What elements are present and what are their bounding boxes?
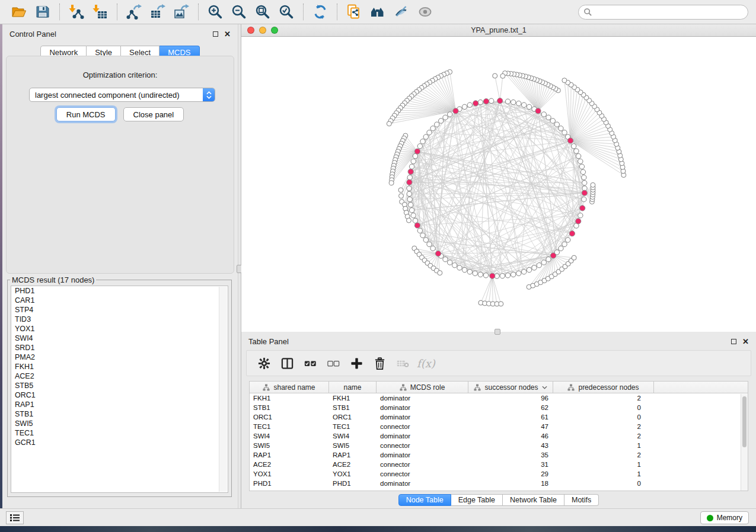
hide-selected-button[interactable] [391,2,412,22]
network-node[interactable] [473,271,477,275]
network-node[interactable] [443,257,448,262]
show-columns-button[interactable] [278,354,296,372]
network-node[interactable] [562,242,567,246]
mcds-result-item[interactable]: ORC1 [11,390,228,400]
column-header-name[interactable]: name [329,382,377,393]
network-node[interactable] [527,267,531,272]
zoom-out-button[interactable] [229,2,249,22]
network-node[interactable] [407,191,412,196]
function-builder-button[interactable]: f(x) [417,354,435,372]
mcds-result-item[interactable]: ACE2 [11,371,228,381]
mcds-node[interactable] [580,206,585,211]
network-node[interactable] [562,78,567,83]
network-node[interactable] [505,273,510,278]
mcds-node[interactable] [453,108,458,114]
network-node[interactable] [537,263,541,268]
mcds-result-item[interactable]: STP4 [11,305,228,315]
network-node[interactable] [452,263,457,268]
table-scrollbar[interactable] [741,394,748,491]
table-row[interactable]: ORC1ORC1dominator610 [250,412,748,422]
table-row[interactable]: FKH1FKH1dominator962 [250,393,748,403]
zoom-in-button[interactable] [205,2,225,22]
network-node[interactable] [576,153,580,158]
network-node[interactable] [566,238,570,242]
network-node[interactable] [516,271,521,275]
network-node[interactable] [499,302,503,306]
table-row[interactable]: SWI4SWI4dominator462 [250,431,748,441]
network-node[interactable] [493,73,497,78]
network-node[interactable] [409,208,414,213]
tab-network-table[interactable]: Network Table [503,494,564,506]
mcds-result-item[interactable]: STB1 [11,409,228,419]
table-row[interactable]: YOX1YOX1connector291 [250,469,748,479]
horizontal-splitter-handle[interactable] [495,329,500,335]
network-node[interactable] [448,260,452,265]
network-node[interactable] [420,233,425,238]
column-header-predecessor-nodes[interactable]: predecessor nodes [553,382,654,393]
select-all-button[interactable] [301,354,319,372]
float-panel-icon[interactable] [731,339,736,344]
network-node[interactable] [417,144,422,149]
delete-table-button[interactable] [394,354,412,372]
network-node[interactable] [448,112,452,117]
mcds-node[interactable] [414,149,420,154]
network-node[interactable] [550,118,555,123]
refresh-button[interactable] [310,2,330,22]
network-node[interactable] [389,181,394,185]
mcds-result-item[interactable]: SWI4 [11,334,228,343]
network-node[interactable] [562,130,567,135]
network-node[interactable] [467,102,472,107]
mcds-result-item[interactable]: CAR1 [11,296,228,305]
network-node[interactable] [541,260,546,265]
network-node[interactable] [430,126,435,131]
network-node[interactable] [511,272,516,277]
zoom-fit-button[interactable] [253,2,273,22]
show-all-button[interactable] [415,2,435,22]
float-panel-icon[interactable] [213,31,218,37]
network-node[interactable] [591,182,595,187]
column-header-successor-nodes[interactable]: successor nodes [468,382,553,393]
tab-edge-table[interactable]: Edge Table [451,494,503,506]
network-node[interactable] [407,218,412,223]
save-session-button[interactable] [33,2,53,22]
mcds-result-item[interactable]: FKH1 [11,362,228,371]
mcds-node[interactable] [569,231,575,236]
network-node[interactable] [546,115,551,120]
mcds-node[interactable] [408,169,413,174]
network-node[interactable] [578,213,583,218]
network-node[interactable] [407,175,412,180]
network-node[interactable] [522,270,527,274]
network-titlebar[interactable]: YPA_prune.txt_1 [241,24,756,37]
mcds-node[interactable] [535,108,541,114]
table-settings-button[interactable] [255,354,273,372]
status-menu-button[interactable] [6,511,24,524]
close-panel-icon[interactable]: ✕ [224,30,231,38]
export-image-button[interactable] [171,2,192,22]
network-node[interactable] [411,213,416,218]
table-row[interactable]: SWI5SWI5connector431 [250,441,748,450]
zoom-selected-button[interactable] [276,2,296,22]
tab-motifs[interactable]: Motifs [564,494,599,506]
delete-row-button[interactable] [371,354,388,372]
network-node[interactable] [427,130,432,135]
network-node[interactable] [541,112,546,117]
network-node[interactable] [572,144,576,149]
network-node[interactable] [399,194,404,198]
network-node[interactable] [574,149,579,153]
mcds-result-item[interactable]: PMA2 [11,352,228,362]
network-node[interactable] [489,98,494,103]
network-node[interactable] [582,197,586,201]
network-node[interactable] [505,99,510,104]
network-node[interactable] [407,186,412,191]
mcds-result-item[interactable]: SWI5 [11,419,228,428]
network-node[interactable] [430,246,435,251]
network-node[interactable] [511,100,516,104]
mcds-node[interactable] [551,253,556,258]
network-node[interactable] [516,101,521,105]
mcds-list-scrollbar[interactable] [219,287,227,492]
network-node[interactable] [478,100,483,104]
network-node[interactable] [527,104,531,109]
import-table-button[interactable] [90,2,110,22]
close-panel-icon[interactable]: ✕ [742,338,749,345]
network-node[interactable] [572,255,576,260]
